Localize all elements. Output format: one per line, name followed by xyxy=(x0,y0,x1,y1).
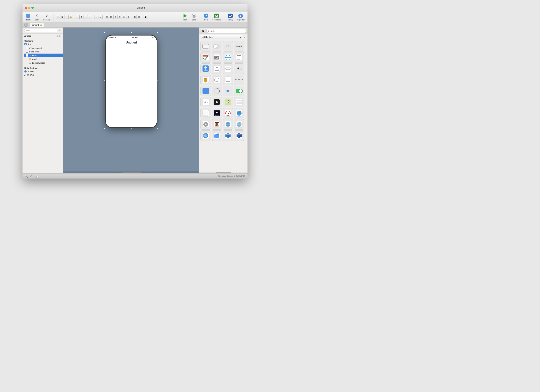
lib-item-spinner[interactable] xyxy=(212,86,222,96)
tool-dev-2[interactable]: ▤ xyxy=(137,15,141,19)
handle-tr[interactable] xyxy=(157,32,158,34)
lib-item-page[interactable] xyxy=(200,108,211,118)
lib-item-target[interactable] xyxy=(223,52,233,63)
tool-pencil[interactable]: ✏ xyxy=(65,15,69,19)
lib-item-cube1[interactable] xyxy=(223,130,233,141)
lib-item-html-link[interactable]: <A> xyxy=(200,97,211,107)
filter-options-button[interactable]: ⠿ xyxy=(58,29,62,32)
lib-item-table-view[interactable] xyxy=(234,97,244,107)
library-button[interactable]: OK Library xyxy=(226,12,234,22)
sidebar-item-app-icon[interactable]: App Icon xyxy=(27,57,63,61)
lib-item-pencil[interactable] xyxy=(200,75,211,85)
sidebar-item-ipad-layout[interactable]: iPadLayout xyxy=(24,50,63,54)
lib-item-text-cursor[interactable] xyxy=(212,63,222,74)
nav-forward-arrow[interactable]: ▷ xyxy=(59,34,62,37)
tool-size-2[interactable]: ↕ xyxy=(99,15,103,19)
inspector-button[interactable]: i Inspector xyxy=(236,12,246,22)
lib-item-spool[interactable] xyxy=(212,119,222,130)
back-button[interactable]: Back xyxy=(33,12,41,22)
library-gear-button[interactable]: ⚙ xyxy=(201,29,205,33)
tool-move[interactable]: ✥ xyxy=(79,15,84,19)
lib-item-toggle-off[interactable] xyxy=(212,41,222,51)
tool-select[interactable]: ⬜ xyxy=(56,15,60,19)
statusbar-search-icon[interactable]: 🔍 xyxy=(25,175,28,178)
nav-back-arrow[interactable]: ◁ xyxy=(56,34,59,37)
lib-item-oval[interactable] xyxy=(212,75,222,85)
help-button[interactable]: ? Help xyxy=(202,12,210,22)
library-scrollbar[interactable] xyxy=(199,172,248,173)
lib-item-blue-rect[interactable] xyxy=(200,86,211,96)
run-button[interactable]: Run xyxy=(181,12,189,22)
library-search-input[interactable] xyxy=(206,29,246,33)
lib-item-settings[interactable] xyxy=(200,119,211,130)
forward-button[interactable]: Forward xyxy=(42,12,51,22)
sidebar-item-screen1[interactable]: Screen1 xyxy=(24,54,63,57)
add-tab-button[interactable]: + xyxy=(24,23,28,27)
lib-item-cube2[interactable] xyxy=(234,130,244,141)
lib-item-rounded-rect[interactable] xyxy=(200,41,211,51)
feedback-button[interactable]: Feedback xyxy=(211,12,222,22)
lib-item-upload[interactable] xyxy=(200,63,211,74)
statusbar-icons: 🔍 ⚠ 📡 xyxy=(25,175,38,178)
sidebar-item-app[interactable]: A App xyxy=(22,42,63,46)
tool-dev-1[interactable]: ▦ xyxy=(133,15,137,19)
lib-item-globe2[interactable] xyxy=(223,119,233,130)
canvas-scrollbar-h[interactable] xyxy=(63,171,199,173)
tool-align-tl[interactable]: ⌜ xyxy=(75,15,79,19)
lib-item-font[interactable]: Aa xyxy=(234,63,244,74)
lib-item-camera[interactable] xyxy=(212,52,222,63)
sidebar-item-ios[interactable]: ▶ iOS iOS xyxy=(22,73,63,77)
tab-lock-icon: 🔒 xyxy=(40,24,42,26)
tool-dist-v[interactable]: ⊟ xyxy=(109,15,113,19)
tool-dist-3[interactable]: ⊠ xyxy=(113,15,118,19)
close-button[interactable] xyxy=(25,7,27,9)
tool-dist-5[interactable]: ⊕ xyxy=(122,15,126,19)
tool-dist-4[interactable]: ⊡ xyxy=(118,15,122,19)
lib-item-globe-lit[interactable] xyxy=(234,108,244,118)
lib-item-globe3[interactable] xyxy=(234,119,244,130)
lib-item-text-field[interactable] xyxy=(223,63,233,74)
handle-tl[interactable] xyxy=(104,32,106,34)
handle-bl[interactable] xyxy=(104,128,106,129)
sidebar-item-launch-screen[interactable]: LaunchScreen xyxy=(27,61,63,65)
statusbar-antenna-icon[interactable]: 📡 xyxy=(35,175,38,178)
tool-dist-h[interactable]: ⊞ xyxy=(105,15,109,19)
tool-size-1[interactable]: ↔ xyxy=(94,15,98,19)
handle-tm[interactable] xyxy=(130,32,132,34)
tool-align-1[interactable]: ⇥ xyxy=(84,15,88,19)
sidebar-item-ios-label: iOS xyxy=(30,74,34,76)
tool-phone[interactable]: 📱 xyxy=(143,15,148,19)
build-button[interactable]: Build xyxy=(190,12,198,22)
tool-dist-6[interactable]: ⊗ xyxy=(126,15,130,19)
svg-rect-93 xyxy=(236,100,242,101)
statusbar-warning-icon[interactable]: ⚠ xyxy=(30,175,33,178)
lib-item-time[interactable]: 9:41 xyxy=(234,41,244,51)
lib-item-text-doc[interactable] xyxy=(234,52,244,63)
sidebar-item-shared[interactable]: Shared xyxy=(22,70,63,73)
lib-item-av-player[interactable] xyxy=(212,108,222,118)
lib-item-folder[interactable] xyxy=(212,130,222,141)
minimize-button[interactable] xyxy=(28,7,30,9)
lib-item-toggle-on[interactable] xyxy=(234,86,244,96)
handle-br[interactable] xyxy=(157,128,158,129)
lib-item-slider[interactable] xyxy=(223,86,233,96)
library-filter-select[interactable]: All Controls iOS Controls Layouts xyxy=(201,35,242,39)
sidebar-item-iphone-layout[interactable]: iPhoneLayout xyxy=(24,46,63,50)
lib-item-rect-plain[interactable] xyxy=(223,75,233,85)
canvas[interactable]: Carrier ⌘ 1:49 PM ▮▮▮ Untitled xyxy=(63,28,199,171)
lib-item-map-view[interactable] xyxy=(223,97,233,107)
lib-item-movie-view[interactable] xyxy=(212,97,222,107)
lib-item-dots[interactable]: •••••• xyxy=(234,75,244,85)
tool-lock[interactable]: 🔒 xyxy=(69,15,73,19)
tool-align-2[interactable]: ⇤ xyxy=(88,15,92,19)
lib-item-internet[interactable] xyxy=(200,130,211,141)
lib-item-check[interactable] xyxy=(200,52,211,63)
lib-item-clock[interactable] xyxy=(223,108,233,118)
fullscreen-button[interactable] xyxy=(31,7,34,9)
lib-item-gear[interactable]: ⚙ xyxy=(223,41,233,51)
insert-button[interactable]: + Insert xyxy=(24,12,32,22)
filter-input[interactable] xyxy=(24,29,57,32)
tab-screen1[interactable]: Screen1 🔒 xyxy=(30,23,44,27)
tool-frame[interactable]: ▣ xyxy=(60,15,64,19)
screen-title-label: Untitled xyxy=(126,41,137,44)
